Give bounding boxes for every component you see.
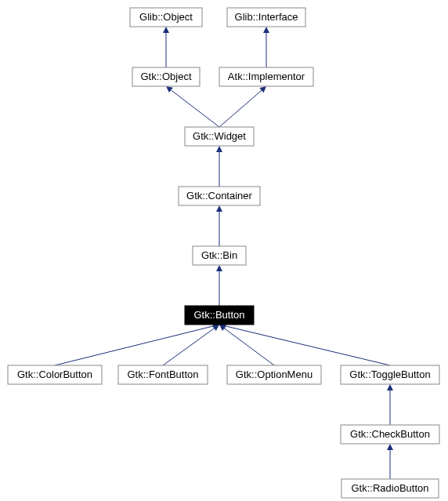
svg-marker-25: [387, 444, 393, 450]
node-gtk_optionmenu[interactable]: Gtk::OptionMenu: [227, 365, 321, 384]
node-label: Gtk::Bin: [201, 249, 237, 261]
svg-marker-23: [387, 384, 393, 390]
node-label: Gtk::RadioButton: [352, 482, 429, 494]
svg-marker-9: [216, 146, 222, 152]
node-label: Gtk::ColorButton: [17, 368, 92, 380]
node-label: Gtk::CheckButton: [350, 428, 430, 440]
node-gtk_button: Gtk::Button: [185, 306, 254, 325]
node-atk_impl[interactable]: Atk::Implementor: [219, 67, 313, 86]
node-glib_object[interactable]: Glib::Object: [130, 8, 202, 27]
svg-line-4: [171, 90, 219, 127]
node-label: Gtk::Container: [186, 190, 252, 201]
svg-line-16: [163, 329, 215, 365]
node-label: Gtk::Object: [140, 71, 191, 82]
node-gtk_container[interactable]: Gtk::Container: [179, 187, 260, 205]
node-gtk_colorbutton[interactable]: Gtk::ColorButton: [8, 365, 102, 384]
inheritance-diagram: Glib::ObjectGlib::InterfaceGtk::ObjectAt…: [0, 0, 448, 501]
svg-line-6: [219, 90, 262, 127]
node-gtk_fontbutton[interactable]: Gtk::FontButton: [118, 365, 208, 384]
node-gtk_togglebutton[interactable]: Gtk::ToggleButton: [341, 365, 439, 384]
svg-marker-13: [216, 265, 222, 271]
node-label: Gtk::Button: [193, 309, 244, 321]
svg-marker-11: [216, 205, 222, 212]
node-gtk_bin[interactable]: Gtk::Bin: [193, 246, 246, 265]
node-gtk_checkbutton[interactable]: Gtk::CheckButton: [341, 425, 439, 444]
node-label: Atk::Implementor: [228, 71, 305, 82]
svg-line-18: [224, 329, 274, 365]
node-gtk_object[interactable]: Gtk::Object: [132, 67, 200, 86]
node-gtk_widget[interactable]: Gtk::Widget: [185, 127, 254, 146]
svg-marker-5: [166, 86, 173, 93]
svg-marker-1: [163, 27, 169, 33]
node-label: Gtk::Widget: [193, 130, 246, 142]
node-glib_interface[interactable]: Glib::Interface: [227, 8, 305, 27]
node-gtk_radiobutton[interactable]: Gtk::RadioButton: [341, 479, 439, 498]
svg-line-20: [226, 326, 390, 365]
node-label: Glib::Object: [139, 11, 193, 23]
node-label: Gtk::OptionMenu: [236, 368, 313, 380]
node-label: Gtk::FontButton: [127, 368, 198, 380]
node-label: Gtk::ToggleButton: [349, 368, 430, 380]
svg-marker-3: [263, 27, 269, 33]
node-label: Glib::Interface: [235, 11, 298, 23]
